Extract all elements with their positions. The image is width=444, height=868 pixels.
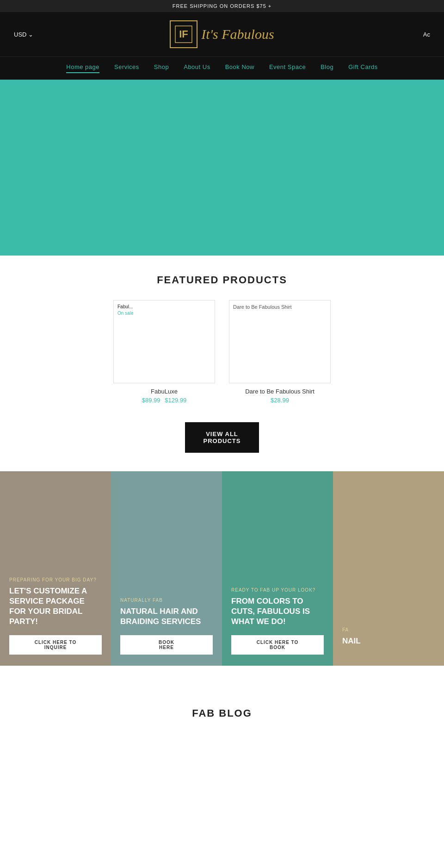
currency-label: USD: [14, 31, 26, 38]
service-card-natural: NATURALLY FAB NATURAL HAIR AND BRAIDING …: [111, 471, 222, 666]
service-cards-section: PREPARING FOR YOUR BIG DAY? LET'S CUSTOM…: [0, 471, 444, 666]
book-button[interactable]: CLICK HERE TOBOOK: [231, 635, 324, 655]
currency-selector[interactable]: USD ⌄: [14, 31, 33, 38]
top-banner: FREE SHIPPING ON ORDERS $75 +: [0, 0, 444, 12]
product-image-fabuluxe: Fabul... On sale: [113, 300, 215, 383]
product-price-dare: $28.99: [229, 397, 331, 404]
nav-services[interactable]: Services: [114, 63, 139, 73]
product-price-fabuluxe: $89.99 $129.99: [113, 397, 215, 404]
card-colors-title: FROM COLORS TO CUTS, FABULOUS IS WHAT WE…: [231, 596, 324, 627]
chevron-down-icon: ⌄: [28, 31, 33, 38]
card-natural-title: NATURAL HAIR AND BRAIDING SERVICES: [120, 606, 213, 627]
nav-about[interactable]: About Us: [184, 63, 210, 73]
product-label-fabuluxe: Fabul...: [117, 304, 133, 309]
nav-shop[interactable]: Shop: [154, 63, 169, 73]
nav-homepage[interactable]: Home page: [66, 63, 99, 73]
service-card-colors: READY TO FAB UP YOUR LOOK? FROM COLORS T…: [222, 471, 333, 666]
top-banner-text: FREE SHIPPING ON ORDERS $75 +: [173, 3, 272, 9]
card-bridal-subtitle: PREPARING FOR YOUR BIG DAY?: [9, 577, 102, 582]
price-sale: $129.99: [165, 397, 186, 404]
dare-product-label: Dare to Be Fabulous Shirt: [233, 304, 292, 310]
price-original: $89.99: [142, 397, 160, 404]
card-colors-subtitle: READY TO FAB UP YOUR LOOK?: [231, 587, 324, 593]
main-nav: Home page Services Shop About Us Book No…: [0, 56, 444, 80]
featured-products-title: FEATURED PRODUCTS: [0, 274, 444, 286]
view-all-button[interactable]: VIEW ALLPRODUCTS: [185, 422, 259, 453]
header: USD ⌄ IF It's Fabulous Ac: [0, 12, 444, 56]
products-grid: Fabul... On sale FabuLuxe $89.99 $129.99…: [0, 300, 444, 404]
nav-booknow[interactable]: Book Now: [225, 63, 254, 73]
service-card-nails: FA NAIL: [333, 471, 444, 666]
blog-title: FAB BLOG: [0, 707, 444, 719]
service-card-bridal: PREPARING FOR YOUR BIG DAY? LET'S CUSTOM…: [0, 471, 111, 666]
account-label: Ac: [423, 31, 430, 38]
on-sale-badge: On sale: [117, 311, 133, 316]
account-icon[interactable]: Ac: [423, 31, 430, 38]
product-title-dare: Dare to Be Fabulous Shirt: [229, 388, 331, 395]
inquire-button[interactable]: CLICK HERE TOINQUIRE: [9, 635, 102, 655]
card-bridal-title: LET'S CUSTOMIZE A SERVICE PACKAGE FOR YO…: [9, 586, 102, 627]
nav-giftcards[interactable]: Gift Cards: [348, 63, 378, 73]
svg-text:IF: IF: [179, 28, 189, 40]
product-image-dare: Dare to Be Fabulous Shirt: [229, 300, 331, 383]
hero-banner: [0, 80, 444, 256]
card-natural-subtitle: NATURALLY FAB: [120, 598, 213, 603]
product-card-dare[interactable]: Dare to Be Fabulous Shirt Dare to Be Fab…: [229, 300, 331, 404]
product-title-fabuluxe: FabuLuxe: [113, 388, 215, 395]
nav-blog[interactable]: Blog: [321, 63, 333, 73]
product-card-fabuluxe[interactable]: Fabul... On sale FabuLuxe $89.99 $129.99: [113, 300, 215, 404]
view-all-container: VIEW ALLPRODUCTS: [0, 422, 444, 453]
nav-eventspace[interactable]: Event Space: [269, 63, 306, 73]
logo-icon: IF: [170, 20, 197, 48]
blog-section: FAB BLOG: [0, 666, 444, 743]
book-here-button[interactable]: BOOKHERE: [120, 635, 213, 655]
card-nails-title: NAIL: [342, 636, 435, 646]
card-nails-subtitle: FA: [342, 627, 435, 632]
logo-text: It's Fabulous: [201, 26, 274, 42]
logo[interactable]: IF It's Fabulous: [170, 20, 274, 48]
